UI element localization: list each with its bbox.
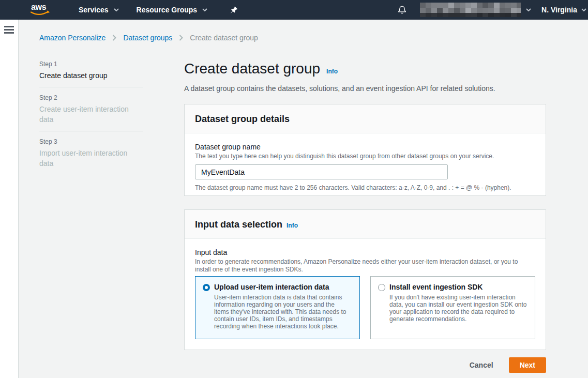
tile-description: User-item interaction data is data that … <box>214 294 348 330</box>
dataset-group-details-card: Dataset group details Dataset group name… <box>184 104 546 196</box>
chevron-down-icon <box>581 8 586 11</box>
hamburger-menu-icon[interactable] <box>4 26 14 34</box>
svg-text:aws: aws <box>31 3 47 11</box>
top-navigation-bar: aws Services Resource Groups N. Virginia <box>0 0 588 20</box>
step-number: Step 1 <box>39 60 143 68</box>
page-description: A dataset group contains the datasets, s… <box>184 83 546 94</box>
tile-title: Upload user-item interaction data <box>214 283 329 292</box>
step-title[interactable]: Import user-item interaction data <box>39 148 143 169</box>
form-actions: Cancel Next <box>184 357 546 373</box>
region-menu[interactable]: N. Virginia <box>541 6 586 14</box>
breadcrumb-current: Create dataset group <box>190 34 258 42</box>
card-body: Input data In order to generate recommen… <box>185 239 546 350</box>
services-menu[interactable]: Services <box>79 6 119 14</box>
page-shell: Amazon Personalize Dataset groups Create… <box>0 20 588 378</box>
bell-icon[interactable] <box>398 6 406 14</box>
aws-logo[interactable]: aws <box>29 3 52 17</box>
account-name-redacted <box>420 3 521 17</box>
page-head: Create dataset group Info <box>184 60 546 78</box>
breadcrumb: Amazon Personalize Dataset groups Create… <box>39 34 588 42</box>
chevron-down-icon <box>202 8 207 11</box>
chevron-right-icon <box>179 35 183 41</box>
tile-head: Install event ingestion SDK <box>378 283 527 292</box>
step-number: Step 2 <box>39 94 143 102</box>
card-body: Dataset group name The text you type her… <box>185 133 546 195</box>
radio-tile-install-sdk[interactable]: Install event ingestion SDK If you don't… <box>370 276 535 339</box>
chevron-down-icon <box>526 8 531 11</box>
wizard-step-3: Step 3 Import user-item interaction data <box>39 132 143 175</box>
input-selection-info-link[interactable]: Info <box>287 222 298 229</box>
step-number: Step 3 <box>39 138 143 146</box>
dataset-group-name-constraint: The dataset group name must have 2 to 25… <box>195 184 535 191</box>
radio-unselected-icon[interactable] <box>378 284 385 291</box>
pin-icon[interactable] <box>231 6 237 14</box>
region-menu-label: N. Virginia <box>541 6 577 14</box>
wizard-step-1: Step 1 Create dataset group <box>39 60 143 88</box>
tile-title: Install event ingestion SDK <box>389 283 483 292</box>
cancel-button[interactable]: Cancel <box>470 361 493 369</box>
resource-groups-menu-label: Resource Groups <box>137 6 197 14</box>
radio-selected-icon[interactable] <box>203 284 210 291</box>
input-data-label: Input data <box>195 248 535 257</box>
radio-tile-upload-interaction-data[interactable]: Upload user-item interaction data User-i… <box>195 276 360 339</box>
step-title[interactable]: Create dataset group <box>39 70 143 81</box>
input-data-hint: In order to generate recommendations, Am… <box>195 258 535 274</box>
resource-groups-menu[interactable]: Resource Groups <box>137 6 207 14</box>
chevron-right-icon <box>112 35 116 41</box>
card-title: Input data selection <box>195 219 282 230</box>
input-data-selection-card: Input data selection Info Input data In … <box>184 209 546 350</box>
chevron-down-icon <box>114 8 119 11</box>
dataset-group-name-label: Dataset group name <box>195 142 535 152</box>
breadcrumb-amazon-personalize[interactable]: Amazon Personalize <box>39 34 105 42</box>
main-panel: Create dataset group Info A dataset grou… <box>184 60 546 373</box>
breadcrumb-dataset-groups[interactable]: Dataset groups <box>123 34 172 42</box>
dataset-group-name-input[interactable] <box>195 164 448 179</box>
dataset-group-name-hint: The text you type here can help you dist… <box>195 153 535 160</box>
step-title[interactable]: Create user-item interaction data <box>39 104 143 125</box>
card-header: Dataset group details <box>185 104 546 133</box>
page-info-link[interactable]: Info <box>326 68 338 75</box>
tile-head: Upload user-item interaction data <box>203 283 352 292</box>
radio-tile-group: Upload user-item interaction data User-i… <box>195 276 535 339</box>
wizard-step-2: Step 2 Create user-item interaction data <box>39 88 143 132</box>
card-title: Dataset group details <box>195 113 290 125</box>
page-title: Create dataset group <box>184 60 320 78</box>
card-header: Input data selection Info <box>185 210 546 239</box>
wizard-steps-nav: Step 1 Create dataset group Step 2 Creat… <box>39 60 143 373</box>
two-column-layout: Step 1 Create dataset group Step 2 Creat… <box>39 60 588 373</box>
next-button[interactable]: Next <box>509 357 546 373</box>
account-menu[interactable] <box>420 3 531 17</box>
services-menu-label: Services <box>79 6 109 14</box>
content-area: Amazon Personalize Dataset groups Create… <box>19 20 588 378</box>
tile-description: If you don't have existing user-item int… <box>389 294 527 323</box>
side-navigation-strip <box>0 20 19 378</box>
